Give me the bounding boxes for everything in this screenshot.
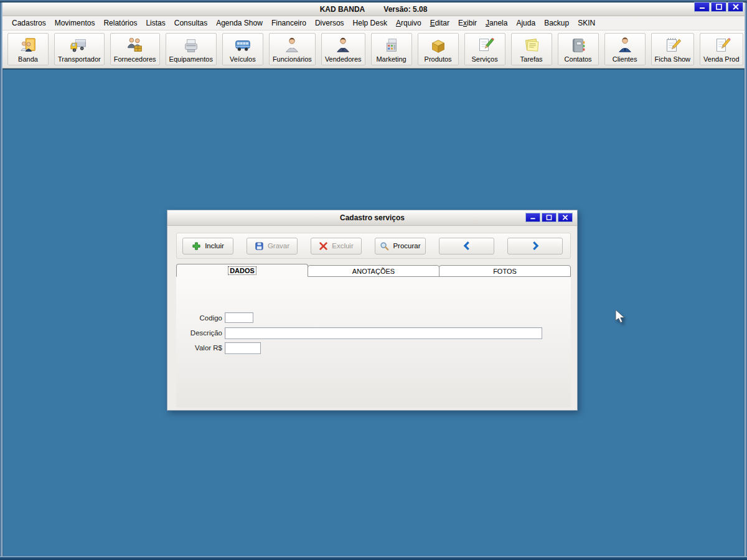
- employee-icon: [283, 36, 301, 55]
- menu-item-editar[interactable]: Editar: [426, 17, 454, 29]
- window-controls: [694, 2, 743, 12]
- incluir-button[interactable]: Incluir: [182, 238, 233, 254]
- chevron-right-icon: [530, 241, 540, 251]
- bus-icon: [233, 36, 252, 55]
- contacts-book-icon: [569, 36, 588, 55]
- menu-item-listas[interactable]: Listas: [141, 17, 169, 29]
- toolbar: Banda Transportador Fornecedores: [2, 30, 745, 68]
- menu-item-janela[interactable]: Janela: [481, 17, 512, 29]
- menu-item-diversos[interactable]: Diversos: [311, 17, 349, 29]
- toolbar-button-venda-prod[interactable]: Venda Prod: [700, 33, 743, 65]
- dialog-action-toolbar: Incluir Gravar Excluir Procurar: [176, 233, 571, 259]
- dialog-minimize-button[interactable]: [525, 213, 540, 222]
- minimize-button[interactable]: [694, 2, 710, 12]
- next-record-button[interactable]: [507, 238, 563, 254]
- menu-item-backup[interactable]: Backup: [540, 17, 573, 29]
- close-button[interactable]: [728, 2, 743, 12]
- app-title: KAD BANDA: [320, 5, 365, 14]
- tab-dados[interactable]: DADOS: [176, 264, 308, 277]
- suppliers-icon: [126, 36, 144, 55]
- window-border-right: [745, 2, 747, 556]
- equipment-printer-icon: [182, 36, 200, 55]
- maximize-icon: [545, 215, 553, 220]
- search-icon: [380, 241, 389, 251]
- band-folder-icon: [19, 36, 37, 55]
- gravar-button[interactable]: Gravar: [247, 238, 298, 254]
- toolbar-button-transportador[interactable]: Transportador: [54, 33, 105, 65]
- client-person-icon: [616, 36, 634, 55]
- tasks-notes-icon: [522, 36, 541, 55]
- maximize-button[interactable]: [711, 2, 726, 12]
- menu-item-help-desk[interactable]: Help Desk: [349, 17, 392, 29]
- window-border-bottom: [0, 556, 747, 560]
- menu-item-movimentos[interactable]: Movimentos: [50, 17, 100, 29]
- show-sheet-icon: [663, 36, 682, 55]
- dialog-titlebar[interactable]: Cadastro serviços: [167, 210, 577, 226]
- valor-label: Valor R$: [167, 344, 222, 352]
- chevron-left-icon: [462, 241, 472, 251]
- excluir-button[interactable]: Excluir: [311, 238, 362, 254]
- menu-item-cadastros[interactable]: Cadastros: [7, 17, 50, 29]
- minimize-icon: [698, 4, 706, 10]
- valor-input[interactable]: [225, 342, 261, 354]
- product-box-icon: [429, 36, 448, 55]
- maximize-icon: [715, 4, 723, 10]
- close-icon: [561, 215, 569, 220]
- services-doc-icon: [476, 36, 494, 55]
- menu-item-skin[interactable]: SKIN: [573, 17, 599, 29]
- codigo-input[interactable]: [225, 312, 253, 323]
- delete-x-icon: [319, 241, 328, 251]
- menu-item-ajuda[interactable]: Ajuda: [512, 17, 540, 29]
- dialog-window-controls: [525, 213, 573, 222]
- toolbar-button-ficha-show[interactable]: Ficha Show: [651, 33, 694, 65]
- cadastro-servicos-dialog: Cadastro serviços Incluir Gravar: [167, 210, 578, 411]
- toolbar-button-produtos[interactable]: Produtos: [418, 33, 459, 65]
- toolbar-button-banda[interactable]: Banda: [7, 33, 49, 65]
- marketing-icon: [382, 36, 401, 55]
- save-floppy-icon: [255, 241, 264, 251]
- sale-doc-icon: [712, 36, 731, 55]
- menu-item-exibir[interactable]: Exibir: [454, 17, 481, 29]
- menubar: Cadastros Movimentos Relatórios Listas C…: [2, 16, 745, 30]
- window-titlebar[interactable]: KAD BANDA Versão: 5.08: [2, 2, 745, 16]
- toolbar-button-veiculos[interactable]: Veículos: [222, 33, 263, 65]
- codigo-label: Codigo: [167, 314, 222, 322]
- toolbar-button-contatos[interactable]: Contatos: [558, 33, 599, 65]
- toolbar-button-vendedores[interactable]: Vendedores: [321, 33, 365, 65]
- dialog-tabs: DADOS ANOTAÇÕES FOTOS: [176, 264, 571, 277]
- menu-item-financeiro[interactable]: Financeiro: [267, 17, 311, 29]
- menu-item-consultas[interactable]: Consultas: [170, 17, 212, 29]
- descricao-label: Descrição: [167, 329, 222, 337]
- app-version: Versão: 5.08: [383, 5, 427, 14]
- menu-item-relatorios[interactable]: Relatórios: [99, 17, 141, 29]
- toolbar-button-funcionarios[interactable]: Funcionários: [269, 33, 316, 65]
- descricao-input[interactable]: [225, 327, 542, 339]
- toolbar-button-marketing[interactable]: Marketing: [371, 33, 412, 65]
- tab-anotacoes[interactable]: ANOTAÇÕES: [308, 265, 439, 277]
- salesman-icon: [334, 36, 352, 55]
- toolbar-button-servicos[interactable]: Serviços: [464, 33, 505, 65]
- minimize-icon: [529, 215, 537, 220]
- toolbar-button-equipamentos[interactable]: Equipamentos: [166, 33, 217, 65]
- truck-icon: [70, 36, 88, 55]
- add-plus-icon: [192, 241, 201, 251]
- dialog-title: Cadastro serviços: [340, 213, 405, 222]
- toolbar-button-clientes[interactable]: Clientes: [604, 33, 646, 65]
- tab-fotos[interactable]: FOTOS: [439, 265, 571, 277]
- previous-record-button[interactable]: [439, 238, 494, 254]
- dialog-close-button[interactable]: [558, 213, 573, 222]
- dialog-maximize-button[interactable]: [542, 213, 557, 222]
- procurar-button[interactable]: Procurar: [375, 238, 426, 254]
- toolbar-button-tarefas[interactable]: Tarefas: [511, 33, 552, 65]
- toolbar-button-fornecedores[interactable]: Fornecedores: [110, 33, 160, 65]
- close-icon: [732, 4, 740, 10]
- menu-item-agenda-show[interactable]: Agenda Show: [212, 17, 267, 29]
- menu-item-arquivo[interactable]: Arquivo: [392, 17, 426, 29]
